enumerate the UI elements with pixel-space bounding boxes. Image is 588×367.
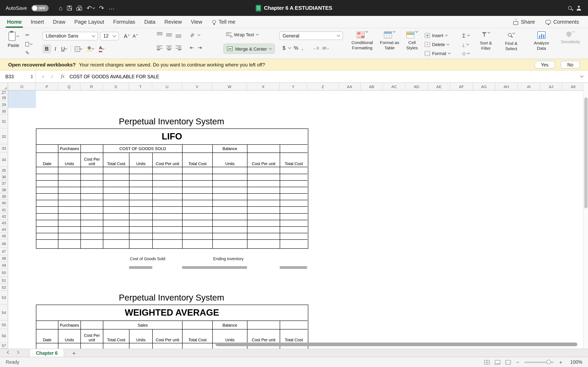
empty-cell[interactable]: [153, 220, 182, 227]
number-format-select[interactable]: General: [279, 31, 343, 40]
empty-cell[interactable]: [280, 187, 307, 194]
empty-cell[interactable]: [81, 343, 103, 349]
increase-decimal-icon[interactable]: ←.0: [313, 46, 319, 50]
ribbon-tab-view[interactable]: View: [186, 16, 207, 28]
empty-cell[interactable]: [213, 207, 247, 214]
method-title-cell[interactable]: WEIGHTED AVERAGE: [36, 305, 307, 321]
enter-icon[interactable]: ✓: [50, 74, 54, 79]
home-button[interactable]: ⌂: [59, 5, 62, 11]
column-label-cell[interactable]: Date: [36, 153, 58, 167]
empty-cell[interactable]: [182, 214, 213, 220]
empty-cell[interactable]: [81, 187, 103, 194]
zoom-out-button[interactable]: −: [516, 359, 519, 365]
empty-cell[interactable]: [36, 181, 58, 187]
column-header-W[interactable]: W: [212, 83, 247, 90]
align-center-icon[interactable]: [166, 45, 172, 50]
empty-cell[interactable]: [153, 207, 182, 214]
format-painter-button[interactable]: ✎: [25, 49, 29, 57]
empty-cell[interactable]: [153, 200, 182, 207]
column-label-cell[interactable]: Cost Per unit: [153, 329, 182, 343]
row-header-40[interactable]: 40: [0, 200, 8, 206]
group-header-cell[interactable]: Balance: [213, 321, 247, 329]
empty-cell[interactable]: [58, 174, 81, 181]
empty-cell[interactable]: [280, 214, 307, 220]
empty-cell[interactable]: [280, 227, 307, 233]
empty-cell[interactable]: [213, 233, 247, 240]
column-header-AK[interactable]: AK: [562, 83, 583, 90]
column-header-AF[interactable]: AF: [450, 83, 473, 90]
column-label-cell[interactable]: Date: [36, 329, 58, 343]
column-header-AI[interactable]: AI: [518, 83, 540, 90]
normal-view-button[interactable]: [484, 360, 490, 364]
empty-cell[interactable]: [81, 227, 103, 233]
percent-format-button[interactable]: %: [294, 45, 298, 51]
row-header-56[interactable]: 56: [0, 329, 8, 343]
sensitivity-button[interactable]: Sensitivity: [556, 31, 585, 44]
row-header-54[interactable]: 54: [0, 305, 8, 320]
column-label-cell[interactable]: Total Cost: [182, 329, 213, 343]
column-header-S[interactable]: S: [103, 83, 129, 90]
column-header-Y[interactable]: Y: [280, 83, 307, 90]
empty-cell[interactable]: [36, 220, 58, 227]
empty-cell[interactable]: [58, 220, 81, 227]
empty-cell[interactable]: [81, 174, 103, 181]
group-header-cell[interactable]: [182, 145, 213, 153]
clear-button[interactable]: ◇: [462, 49, 470, 58]
column-header-P[interactable]: P: [36, 83, 58, 90]
fill-color-button[interactable]: [86, 44, 95, 53]
empty-cell[interactable]: [247, 214, 280, 220]
next-sheet-button[interactable]: [13, 352, 22, 354]
empty-cell[interactable]: [130, 227, 153, 233]
name-box-stepper[interactable]: [31, 75, 33, 78]
row-header-35[interactable]: 35: [0, 167, 8, 174]
align-left-icon[interactable]: [157, 45, 163, 50]
row-header-29[interactable]: 29: [0, 101, 8, 108]
empty-cell[interactable]: [81, 181, 103, 187]
empty-cell[interactable]: [213, 181, 247, 187]
worksheet-grid[interactable]: Perpetual Inventory System LIFOPurchases…: [8, 91, 583, 349]
conditional-formatting-button[interactable]: Conditional Formatting: [348, 31, 376, 50]
empty-cell[interactable]: [213, 214, 247, 220]
merge-center-button[interactable]: Merge & Center: [223, 44, 275, 54]
increase-indent-icon[interactable]: ⇥: [198, 45, 202, 50]
autosave-toggle[interactable]: OFF: [31, 5, 49, 11]
row-header-34[interactable]: 34: [0, 152, 8, 167]
column-header-AJ[interactable]: AJ: [540, 83, 562, 90]
formula-bar-expand-icon[interactable]: [580, 74, 584, 78]
undo-button[interactable]: ↶: [86, 5, 94, 11]
row-header-46[interactable]: 46: [0, 239, 8, 248]
empty-cell[interactable]: [182, 167, 213, 174]
column-label-cell[interactable]: Units: [213, 153, 247, 167]
empty-cell[interactable]: [182, 181, 213, 187]
increase-font-button[interactable]: A▲: [122, 31, 131, 40]
more-commands-button[interactable]: …: [109, 6, 115, 10]
empty-cell[interactable]: [247, 167, 280, 174]
method-title-cell[interactable]: LIFO: [36, 129, 307, 145]
empty-cell[interactable]: [130, 174, 153, 181]
empty-cell[interactable]: [81, 214, 103, 220]
row-header-44[interactable]: 44: [0, 226, 8, 233]
cut-button[interactable]: ✂: [25, 31, 29, 39]
empty-cell[interactable]: [153, 240, 182, 248]
empty-cell[interactable]: [213, 194, 247, 200]
column-label-cell[interactable]: Cost Per unit: [247, 153, 280, 167]
empty-cell[interactable]: [103, 233, 130, 240]
find-select-button[interactable]: Find & Select: [502, 32, 521, 51]
empty-cell[interactable]: [213, 174, 247, 181]
empty-cell[interactable]: [36, 187, 58, 194]
ribbon-tab-home[interactable]: Home: [2, 16, 26, 28]
paste-button[interactable]: Paste: [3, 32, 24, 48]
empty-cell[interactable]: [213, 167, 247, 174]
insert-function-icon[interactable]: fx: [61, 73, 65, 80]
empty-cell[interactable]: [58, 187, 81, 194]
empty-cell[interactable]: [247, 187, 280, 194]
search-button[interactable]: [568, 6, 572, 10]
group-header-cell[interactable]: [36, 321, 58, 329]
empty-cell[interactable]: [280, 200, 307, 207]
row-header-51[interactable]: 51: [0, 277, 8, 284]
column-label-cell[interactable]: Total Cost: [103, 153, 130, 167]
empty-cell[interactable]: [153, 174, 182, 181]
select-all-corner[interactable]: [0, 83, 8, 91]
empty-cell[interactable]: [58, 343, 81, 349]
empty-cell[interactable]: [153, 194, 182, 200]
